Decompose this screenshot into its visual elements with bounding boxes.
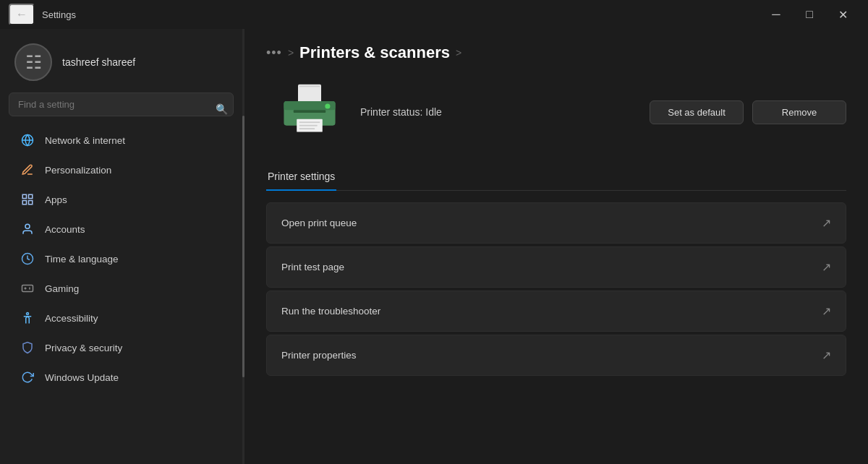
settings-row-label-0: Open print queue [281, 218, 357, 228]
svg-rect-3 [22, 201, 26, 205]
sidebar-item-network[interactable]: Network & internet [6, 126, 237, 155]
nav-list: Network & internet Personalization Apps … [0, 125, 242, 392]
search-container: 🔍 [0, 93, 242, 125]
window-controls: ─ □ ✕ [760, 3, 859, 26]
svg-rect-18 [299, 128, 315, 129]
settings-row-0[interactable]: Open print queue ↗ [266, 202, 846, 244]
titlebar: ← Settings ─ □ ✕ [0, 0, 868, 29]
sidebar-item-gaming[interactable]: Gaming [6, 274, 237, 303]
printer-status-value: Idle [425, 106, 442, 118]
back-button[interactable]: ← [9, 4, 35, 25]
settings-list: Open print queue ↗ Print test page ↗ Run… [266, 202, 846, 379]
breadcrumb-sep1: > [288, 47, 294, 59]
settings-row-3[interactable]: Printer properties ↗ [266, 335, 846, 376]
external-link-icon-3: ↗ [822, 348, 831, 362]
printer-status: Printer status: Idle [353, 106, 650, 118]
avatar: ☷ [14, 43, 52, 81]
main-layout: ☷ tashreef shareef 🔍 Network & internet … [0, 29, 868, 464]
scroll-thumb [242, 116, 244, 377]
settings-tabs: Printer settings [266, 165, 846, 191]
scroll-divider [242, 29, 244, 464]
tab-printer-settings[interactable]: Printer settings [266, 165, 336, 191]
user-name: tashreef shareef [62, 56, 135, 68]
printer-icon [277, 83, 342, 141]
sidebar-item-time[interactable]: Time & language [6, 244, 237, 273]
svg-point-8 [27, 313, 29, 315]
external-link-icon-1: ↗ [822, 260, 831, 274]
update-icon [20, 370, 35, 384]
minimize-button[interactable]: ─ [760, 3, 793, 26]
breadcrumb-title: Printers & scanners [299, 43, 450, 62]
svg-rect-10 [299, 86, 320, 87]
sidebar-item-accessibility[interactable]: Accessibility [6, 304, 237, 332]
sidebar-item-accounts[interactable]: Accounts [6, 215, 237, 244]
external-link-icon-0: ↗ [822, 216, 831, 230]
sidebar-item-label-time: Time & language [45, 254, 119, 265]
sidebar: ☷ tashreef shareef 🔍 Network & internet … [0, 29, 242, 464]
sidebar-item-update[interactable]: Windows Update [6, 363, 237, 392]
app-title: Settings [42, 9, 76, 20]
svg-point-15 [325, 103, 330, 108]
accounts-icon [20, 222, 35, 236]
svg-rect-2 [29, 194, 33, 198]
settings-row-label-2: Run the troubleshooter [281, 306, 380, 317]
avatar-icon: ☷ [25, 51, 42, 74]
gaming-icon [20, 281, 35, 296]
breadcrumb-sep2: > [456, 47, 461, 59]
accessibility-icon [20, 311, 35, 325]
svg-point-5 [25, 224, 30, 228]
svg-rect-9 [298, 85, 321, 104]
external-link-icon-2: ↗ [822, 304, 831, 318]
printer-actions: Set as default Remove [650, 100, 846, 124]
search-input[interactable] [9, 93, 234, 116]
apps-icon [20, 192, 35, 207]
breadcrumb: ••• > Printers & scanners > [266, 43, 846, 62]
maximize-button[interactable]: □ [793, 3, 826, 26]
breadcrumb-dots[interactable]: ••• [266, 46, 282, 61]
time-icon [20, 252, 35, 266]
privacy-icon [20, 340, 35, 355]
sidebar-item-label-personalization: Personalization [45, 165, 111, 176]
sidebar-item-label-apps: Apps [45, 194, 67, 205]
svg-rect-13 [294, 110, 326, 113]
content-area: ••• > Printers & scanners > [244, 29, 868, 464]
sidebar-item-label-gaming: Gaming [45, 283, 79, 294]
printer-icon-area [266, 80, 353, 145]
network-icon [20, 133, 35, 147]
close-button[interactable]: ✕ [826, 3, 859, 26]
sidebar-item-apps[interactable]: Apps [6, 185, 237, 214]
printer-header: Printer status: Idle Set as default Remo… [266, 80, 846, 145]
sidebar-item-label-accounts: Accounts [45, 224, 85, 235]
sidebar-item-label-privacy: Privacy & security [45, 343, 122, 353]
sidebar-item-privacy[interactable]: Privacy & security [6, 333, 237, 362]
svg-rect-1 [22, 194, 26, 198]
settings-row-label-1: Print test page [281, 262, 344, 272]
personalization-icon [20, 163, 35, 177]
sidebar-item-personalization[interactable]: Personalization [6, 155, 237, 184]
sidebar-item-label-update: Windows Update [45, 372, 119, 383]
printer-status-label: Printer status: [360, 106, 422, 118]
svg-rect-4 [29, 201, 33, 205]
remove-button[interactable]: Remove [752, 100, 846, 124]
svg-rect-16 [299, 121, 320, 123]
svg-rect-7 [22, 285, 33, 292]
settings-row-label-3: Printer properties [281, 350, 357, 361]
search-button[interactable]: 🔍 [216, 103, 228, 115]
user-profile[interactable]: ☷ tashreef shareef [0, 29, 242, 93]
svg-rect-17 [299, 125, 318, 126]
settings-row-2[interactable]: Run the troubleshooter ↗ [266, 291, 846, 332]
sidebar-item-label-accessibility: Accessibility [45, 313, 98, 324]
sidebar-item-label-network: Network & internet [45, 135, 125, 146]
set-default-button[interactable]: Set as default [650, 100, 744, 124]
settings-row-1[interactable]: Print test page ↗ [266, 246, 846, 288]
